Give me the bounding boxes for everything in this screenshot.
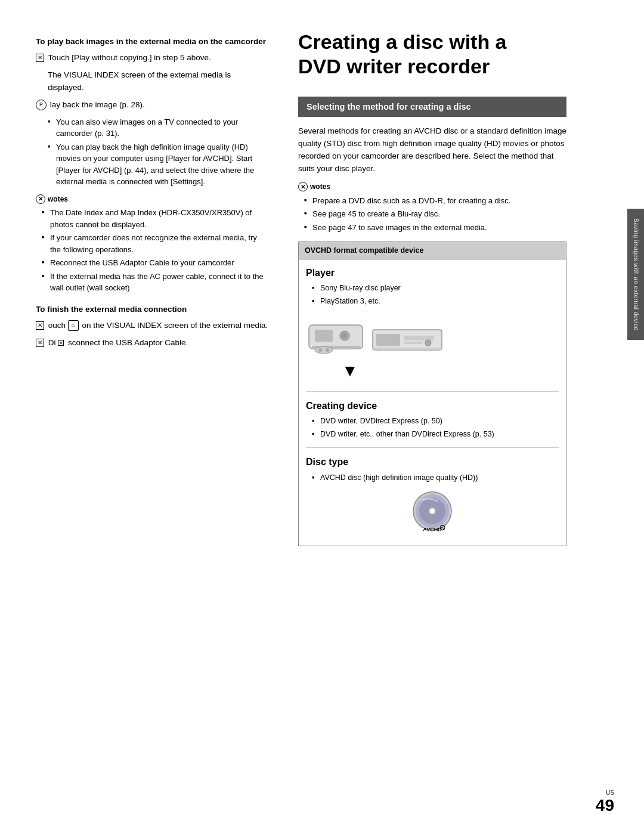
left-column: To play back images in the external medi… [0,24,286,809]
player-list: Sony Blu-ray disc player PlayStation 3, … [306,283,559,307]
note-left-4: If the external media has the AC power c… [42,271,268,294]
step1b-text: The VISUAL INDEX screen of the external … [36,69,268,94]
svg-text:AVCHD: AVCHD [423,527,442,532]
svg-rect-11 [404,342,422,344]
page-label: US [596,789,614,796]
svg-rect-13 [373,348,442,350]
svg-text:TM: TM [440,527,444,530]
disc-type-list: AVCHD disc (high definition image qualit… [306,472,559,484]
svg-rect-10 [404,336,434,340]
divider-2 [306,447,559,448]
page-title: Creating a disc with a DVD writer record… [298,30,566,79]
page-title-line2: DVD writer recorder [298,54,566,79]
section-header: Selecting the method for creating a disc [298,97,566,117]
right-column: Creating a disc with a DVD writer record… [286,24,584,809]
disc-type-title: Disc type [306,455,559,470]
notes-icon-left: ✕ [36,194,45,204]
creating-device-item-2: DVD writer, etc., other than DVDirect Ex… [312,429,559,440]
creating-device-item-1: DVD writer, DVDirect Express (p. 50) [312,416,559,427]
side-tab: Saving images with an external device [627,209,644,340]
step2-bullets: You can also view images on a TV connect… [36,116,268,188]
page-number: 49 [596,796,614,815]
note-right-2: See page 45 to create a Blu-ray disc. [304,208,566,220]
ps3-icon [306,313,366,355]
step2-bullet-2: You can play back the high definition im… [48,141,268,188]
note-right-1: Prepare a DVD disc such as a DVD-R, for … [304,195,566,207]
note-left-2: If your camcorder does not recognize the… [42,232,268,255]
svg-point-7 [326,348,329,352]
step2-bullet-1: You can also view images on a TV connect… [48,116,268,140]
divider-1 [306,391,559,392]
svg-point-6 [318,348,322,352]
ovchd-box: OVCHD format compatible device Player So… [298,241,566,546]
bluray-player-icon [371,325,443,355]
avchd-disc-icon: AVCHD TM [408,488,456,536]
disc-type-item-1: AVCHD disc (high definition image qualit… [312,472,559,484]
checkbox-icon-3: ✕ [36,339,44,347]
ovchd-header: OVCHD format compatible device [299,242,566,259]
note-left-1: The Date Index and Map Index (HDR-CX350V… [42,207,268,230]
svg-point-19 [431,509,434,513]
home-icon: ⌂ [68,320,79,331]
svg-rect-9 [376,334,400,346]
notes-bullets-right: Prepare a DVD disc such as a DVD-R, for … [298,195,566,234]
player-item-2: PlayStation 3, etc. [312,296,559,307]
creating-device-title: Creating device [306,399,559,414]
players-image [306,313,559,355]
note-left-3: Reconnect the USB Adaptor Cable to your … [42,257,268,269]
svg-point-3 [342,333,347,338]
finish-step2: ✕ Di ✕ sconnect the USB Adaptor Cable. [36,337,268,349]
step2-text: P lay back the image (p. 28). [36,99,268,112]
notes-box-right: ✕ wotes Prepare a DVD disc such as a DVD… [298,181,566,233]
page-container: To play back images in the external medi… [0,0,644,833]
intro-text: Several methods for creating an AVCHD di… [298,125,566,175]
player-item-1: Sony Blu-ray disc player [312,283,559,294]
svg-point-5 [315,346,333,354]
small-box-icon: ✕ [58,340,64,346]
svg-rect-1 [315,330,333,342]
notes-icon-right: ✕ [298,182,308,191]
checkbox-icon: ✕ [36,54,44,62]
note-right-3: See page 47 to save images in the extern… [304,222,566,234]
notes-label-left: ✕ wotes [36,194,268,205]
checkbox-icon-2: ✕ [36,321,44,330]
page-number-area: US 49 [596,789,614,815]
page-title-line1: Creating a disc with a [298,30,566,54]
disc-image: AVCHD TM [306,488,559,540]
notes-box-left: ✕ wotes The Date Index and Map Index (HD… [36,194,268,294]
notes-label-right: ✕ wotes [298,181,566,193]
svg-point-12 [425,340,431,346]
finish-step1: ✕ ouch ⌂ on the VISUAL INDEX screen of t… [36,320,268,332]
step1-text: ✕ Touch [Play without copying.] in step … [36,52,268,64]
play-icon: P [36,100,47,110]
creating-device-list: DVD writer, DVDirect Express (p. 50) DVD… [306,416,559,440]
notes-bullets-left: The Date Index and Map Index (HDR-CX350V… [36,207,268,294]
player-title: Player [306,266,559,281]
left-heading-1: To play back images in the external medi… [36,36,268,48]
left-heading-2: To finish the external media connection [36,304,268,316]
arrow-down: ▼ [306,358,559,383]
ovchd-content: Player Sony Blu-ray disc player PlayStat… [299,260,566,546]
